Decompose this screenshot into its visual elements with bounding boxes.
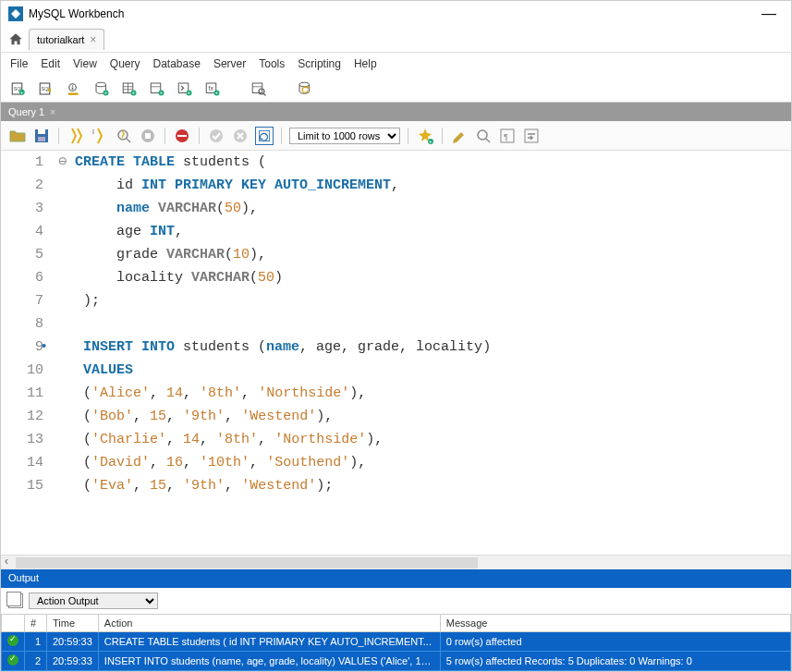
connection-tab-label: tutorialkart	[37, 34, 84, 45]
window-titlebar: MySQL Workbench —	[1, 1, 791, 27]
home-icon[interactable]	[5, 29, 27, 51]
svg-point-50	[478, 130, 487, 140]
menu-item-tools[interactable]: Tools	[259, 57, 285, 70]
new-sql-tab-icon[interactable]: SQL+	[8, 79, 29, 99]
svg-rect-30	[252, 83, 262, 93]
search-table-icon[interactable]	[249, 79, 269, 99]
svg-text:+: +	[160, 90, 163, 95]
output-column-header[interactable]: Time	[47, 615, 99, 632]
output-row[interactable]: 120:59:33CREATE TABLE students ( id INT …	[2, 632, 791, 652]
app-icon	[8, 6, 23, 21]
svg-text:+: +	[188, 90, 190, 95]
connection-tab[interactable]: tutorialkart ×	[29, 29, 104, 50]
menu-item-query[interactable]: Query	[110, 57, 140, 70]
editor-gutter: 123456789101112131415	[1, 151, 55, 555]
svg-point-10	[96, 82, 106, 87]
output-column-header[interactable]: Message	[440, 615, 790, 632]
svg-text:+: +	[20, 89, 23, 94]
output-panel-header: Output	[1, 569, 791, 588]
svg-line-51	[486, 139, 490, 142]
output-column-header[interactable]	[2, 615, 25, 632]
execute-current-icon[interactable]: I	[91, 127, 109, 145]
menu-item-database[interactable]: Database	[153, 57, 201, 70]
query-tab-label: Query 1	[8, 106, 44, 117]
wrap-icon[interactable]	[522, 127, 541, 145]
svg-rect-9	[68, 92, 79, 94]
table-create-icon[interactable]: +	[119, 79, 140, 99]
query-tab[interactable]: Query 1 ×	[1, 104, 63, 119]
menu-item-help[interactable]: Help	[354, 57, 377, 70]
toggle-invisible-icon[interactable]: ¶	[498, 127, 517, 145]
commit-icon[interactable]	[207, 127, 225, 145]
output-mode-select[interactable]: Action Output	[29, 593, 158, 609]
close-icon[interactable]: ×	[50, 107, 55, 117]
connection-tabstrip: tutorialkart ×	[1, 27, 791, 53]
svg-text:fx: fx	[209, 85, 214, 92]
output-controls: Action Output	[1, 588, 791, 614]
row-index: 2	[25, 652, 47, 671]
main-toolbar: SQL+ SQL + + + + fx+	[1, 75, 791, 103]
svg-point-34	[299, 82, 310, 87]
menu-item-view[interactable]: View	[73, 57, 97, 70]
explain-icon[interactable]	[115, 127, 133, 145]
svg-point-32	[259, 89, 264, 94]
menu-item-file[interactable]: File	[10, 57, 28, 70]
editor-toolbar: I Limit to 1000 rows + ¶	[1, 121, 791, 151]
sql-editor[interactable]: 123456789101112131415 ⊖ CREATE TABLE stu…	[1, 151, 791, 555]
window-title: MySQL Workbench	[29, 7, 124, 20]
output-row[interactable]: 220:59:33INSERT INTO students (name, age…	[2, 652, 791, 671]
beautify-icon[interactable]: +	[416, 127, 434, 145]
procedure-create-icon[interactable]: +	[175, 79, 195, 99]
row-action: INSERT INTO students (name, age, grade, …	[98, 652, 440, 671]
row-limit-select[interactable]: Limit to 1000 rows	[289, 128, 400, 144]
db-create-icon[interactable]: +	[91, 79, 112, 99]
svg-rect-36	[38, 129, 45, 134]
svg-text:I: I	[92, 128, 94, 135]
row-time: 20:59:33	[47, 652, 99, 671]
svg-text:+: +	[132, 90, 135, 95]
no-limit-icon[interactable]	[173, 127, 191, 145]
menubar: FileEditViewQueryDatabaseServerToolsScri…	[1, 53, 791, 75]
svg-point-45	[210, 129, 223, 142]
brush-icon[interactable]	[450, 127, 469, 145]
output-copy-icon[interactable]	[8, 593, 23, 608]
query-tabstrip: Query 1 ×	[1, 103, 791, 121]
reconnect-icon[interactable]	[295, 79, 315, 99]
svg-text:+: +	[429, 139, 433, 144]
svg-rect-8	[72, 87, 74, 89]
function-create-icon[interactable]: fx+	[202, 79, 223, 99]
autocommit-toggle-icon[interactable]	[255, 127, 274, 145]
open-sql-file-icon[interactable]: SQL	[36, 79, 56, 99]
inspector-icon[interactable]	[64, 79, 84, 99]
minimize-button[interactable]: —	[754, 6, 784, 22]
output-column-header[interactable]: #	[25, 615, 47, 632]
menu-item-edit[interactable]: Edit	[41, 57, 60, 70]
editor-code[interactable]: ⊖ CREATE TABLE students ( id INT PRIMARY…	[55, 151, 791, 555]
svg-rect-44	[177, 135, 187, 137]
execute-icon[interactable]	[67, 127, 85, 145]
menu-item-server[interactable]: Server	[213, 57, 246, 70]
svg-point-7	[72, 85, 74, 87]
rollback-icon[interactable]	[231, 127, 250, 145]
svg-text:+: +	[215, 90, 218, 95]
status-icon	[2, 652, 25, 671]
menu-item-scripting[interactable]: Scripting	[298, 57, 341, 70]
output-table: #TimeActionMessage 120:59:33CREATE TABLE…	[1, 614, 791, 671]
svg-text:¶: ¶	[504, 132, 508, 141]
find-icon[interactable]	[474, 127, 493, 145]
view-create-icon[interactable]: +	[147, 79, 167, 99]
output-column-header[interactable]: Action	[98, 615, 440, 632]
svg-rect-54	[525, 129, 538, 142]
row-time: 20:59:33	[47, 632, 99, 652]
svg-rect-37	[38, 137, 45, 141]
row-message: 0 row(s) affected	[440, 632, 790, 652]
save-icon[interactable]	[32, 127, 51, 145]
open-file-icon[interactable]	[8, 127, 27, 145]
status-icon	[2, 632, 25, 652]
svg-line-40	[127, 139, 130, 142]
horizontal-scrollbar[interactable]	[1, 555, 791, 569]
svg-rect-42	[145, 133, 151, 139]
row-message: 5 row(s) affected Records: 5 Duplicates:…	[440, 652, 790, 671]
close-icon[interactable]: ×	[90, 33, 96, 46]
stop-icon[interactable]	[139, 127, 157, 145]
